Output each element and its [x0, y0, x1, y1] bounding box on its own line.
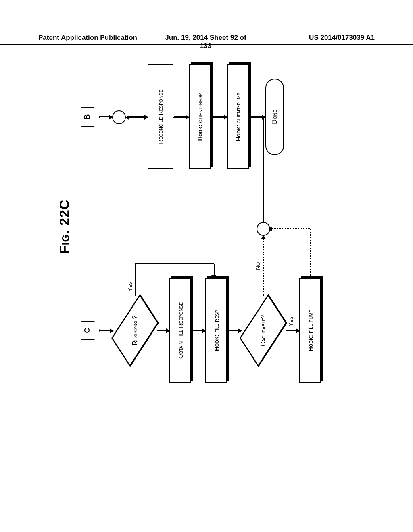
offpage-connector-b: B [81, 107, 100, 127]
hook-fill-resp-label: fill-resp [213, 310, 220, 333]
arrowhead-icon [268, 227, 272, 231]
edge-merge-to-reconcile [127, 116, 145, 117]
edge-clientresp-to-clientpump [213, 116, 225, 117]
arrowhead-icon [261, 235, 266, 239]
edge-response-yes-h [135, 264, 136, 296]
done-label: Done [271, 110, 278, 124]
hook-prefix: Hook: [307, 335, 314, 351]
hook-prefix: Hook: [235, 125, 242, 141]
process-hook-client-pump: Hook: client-pump [227, 64, 249, 169]
hook-client-pump-label: client-pump [235, 93, 242, 123]
offpage-b-label: B [83, 107, 92, 127]
edge-to-cacheable [229, 330, 239, 331]
decision-cacheable-label: Cacheable? [241, 296, 286, 365]
decision-cacheable: Cacheable? [241, 296, 286, 365]
merge-circle-right [112, 110, 126, 124]
offpage-c-label: C [83, 321, 92, 340]
edge-b-to-merge [100, 116, 110, 117]
process-reconcile-response: Reconcile Response [148, 64, 173, 169]
edge-cacheable-no [263, 237, 264, 296]
arrowhead-icon [211, 275, 216, 279]
flowchart-canvas: Fig. 22C C Response? Obtain Fill Respons [52, 32, 343, 395]
edge-clientpump-to-done [251, 116, 263, 117]
hook-fill-pump-label: fill-pump [307, 310, 314, 333]
edge-label-yes-cacheable: Yes [287, 316, 294, 326]
edge-c-to-response [100, 330, 111, 331]
edge-fillpump-out-v [271, 228, 310, 229]
edge-fillpump-out-h [310, 229, 311, 276]
edge-merge-to-right-h [263, 118, 264, 222]
hook-prefix: Hook: [213, 335, 220, 351]
process-obtain-fill-response: Obtain Fill Response [169, 278, 191, 383]
arrowhead-icon [125, 115, 129, 120]
edge-label-yes-response: Yes [126, 282, 133, 292]
page: Patent Application Publication Jun. 19, … [0, 0, 413, 532]
edge-obtain-to-hookfillresp [193, 330, 203, 331]
process-hook-fill-pump: Hook: fill-pump [299, 278, 321, 383]
edge-cacheable-yes [286, 330, 297, 331]
reconcile-label: Reconcile Response [157, 87, 164, 146]
figure-title: Fig. 22C [56, 200, 72, 254]
terminator-done: Done [265, 79, 284, 155]
figure-22c: Fig. 22C C Response? Obtain Fill Respons [52, 32, 343, 395]
edge-response-yes-v [135, 263, 214, 264]
hook-prefix: Hook: [196, 125, 203, 141]
decision-response-label: Response? [113, 296, 157, 365]
edge-response-no [157, 330, 167, 331]
hook-client-resp-label: client-resp [196, 93, 203, 123]
process-hook-client-resp: Hook: client-resp [189, 64, 211, 169]
edge-label-no-cacheable: No [254, 262, 261, 270]
proc-obtain-label: Obtain Fill Response [177, 300, 184, 361]
edge-reconcile-to-clientresp [174, 116, 186, 117]
process-hook-fill-resp: Hook: fill-resp [205, 278, 227, 383]
offpage-connector-c: C [81, 321, 100, 340]
decision-response: Response? [113, 296, 157, 365]
edge-response-yes-into-fillresp [214, 264, 215, 276]
